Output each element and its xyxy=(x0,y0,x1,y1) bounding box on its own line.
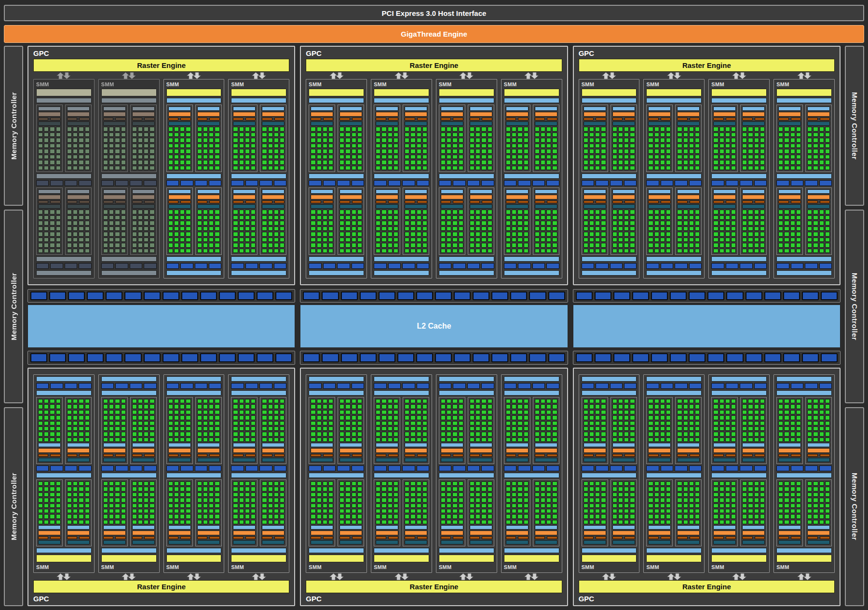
cuda-core xyxy=(180,410,185,414)
cuda-core-grid xyxy=(470,481,492,524)
dispatch-unit xyxy=(339,536,350,539)
cuda-core xyxy=(713,481,718,486)
smm-partition-row xyxy=(504,105,559,172)
cuda-core xyxy=(725,226,730,231)
cuda-core xyxy=(323,426,327,431)
cuda-core xyxy=(311,481,315,486)
smm-partition xyxy=(231,187,258,255)
cuda-core xyxy=(825,138,830,143)
smm-label: SMM xyxy=(776,564,832,570)
cuda-core xyxy=(405,226,409,231)
cuda-core xyxy=(447,481,451,486)
cuda-core xyxy=(541,160,545,165)
cuda-core xyxy=(339,426,344,431)
cuda-core xyxy=(149,243,154,248)
memory-controller-block: Memory Controller xyxy=(845,210,864,403)
cuda-core xyxy=(44,509,49,513)
cuda-core xyxy=(535,404,540,409)
cuda-core xyxy=(209,243,214,248)
cuda-core xyxy=(239,399,244,403)
cuda-core xyxy=(174,415,179,420)
smm-unit-disabled: SMM xyxy=(33,72,95,278)
smm-partition-row xyxy=(711,479,767,546)
cuda-core xyxy=(138,133,143,137)
cuda-core xyxy=(813,138,818,143)
cuda-core xyxy=(683,221,688,225)
cuda-core xyxy=(695,514,700,518)
cuda-core xyxy=(695,509,700,513)
instruction-buffer-bar xyxy=(742,106,765,111)
cuda-core xyxy=(393,149,398,154)
crossbar-port xyxy=(124,292,141,300)
cuda-core xyxy=(546,221,551,225)
texture-cache-bar xyxy=(36,390,92,396)
cuda-core xyxy=(50,410,54,414)
cuda-core-grid xyxy=(168,399,191,442)
cuda-core xyxy=(233,127,238,132)
cuda-core-grid xyxy=(38,481,61,524)
cuda-core-grid xyxy=(168,127,191,170)
cuda-core xyxy=(251,249,256,253)
cuda-core xyxy=(648,421,653,425)
up-down-arrows-glyph xyxy=(520,72,542,79)
cuda-core xyxy=(180,438,185,442)
dispatch-units-row xyxy=(535,536,557,539)
dispatch-units-row xyxy=(67,118,90,120)
cuda-core xyxy=(186,415,190,420)
cuda-core-grid xyxy=(677,127,700,170)
cuda-core xyxy=(589,438,594,442)
cuda-core xyxy=(506,144,511,148)
warp-scheduler-bar xyxy=(470,112,492,117)
cuda-core xyxy=(56,415,61,420)
smm-partition-row xyxy=(166,397,222,464)
cuda-core xyxy=(393,138,398,143)
cuda-core xyxy=(79,432,83,436)
cuda-core xyxy=(742,232,747,237)
cuda-core xyxy=(813,160,818,165)
cuda-core xyxy=(209,232,214,237)
raster-engine-bar: Raster Engine xyxy=(579,580,835,593)
cuda-core xyxy=(376,481,380,486)
cuda-core xyxy=(44,127,49,132)
cuda-core xyxy=(186,509,190,513)
cuda-core xyxy=(624,404,629,409)
cuda-core xyxy=(725,481,730,486)
cuda-core xyxy=(760,221,765,225)
texture-cache-bar xyxy=(439,390,494,396)
cuda-core xyxy=(115,432,120,436)
cuda-core xyxy=(719,438,724,442)
cuda-core xyxy=(748,415,753,420)
cuda-core xyxy=(677,432,682,436)
cuda-core xyxy=(618,492,623,497)
cuda-core xyxy=(618,226,623,231)
cuda-core xyxy=(345,487,350,491)
cuda-core xyxy=(38,432,43,436)
cuda-core xyxy=(807,138,812,143)
cuda-core xyxy=(311,514,315,518)
cuda-core xyxy=(345,520,350,524)
smm-partition-row xyxy=(439,105,494,172)
cuda-core xyxy=(552,432,557,436)
cuda-core xyxy=(506,215,511,220)
warp-scheduler-bar xyxy=(648,448,671,453)
cuda-core xyxy=(813,249,818,253)
cuda-core xyxy=(695,210,700,214)
cuda-core-grid xyxy=(67,481,90,524)
cuda-core xyxy=(819,249,824,253)
dispatch-unit xyxy=(742,454,752,457)
cuda-core xyxy=(79,410,83,414)
load-store-unit xyxy=(532,383,545,389)
cuda-core xyxy=(239,249,244,253)
smm-partition xyxy=(582,105,608,172)
cuda-core xyxy=(215,133,219,137)
load-store-units-row xyxy=(309,465,364,471)
cuda-core xyxy=(713,514,718,518)
dispatch-unit xyxy=(144,454,154,457)
cuda-core xyxy=(410,404,415,409)
cuda-core xyxy=(168,238,173,242)
cuda-core xyxy=(760,504,765,508)
cuda-core xyxy=(481,215,486,220)
cuda-core xyxy=(262,426,267,431)
cuda-core xyxy=(535,410,540,414)
cuda-core xyxy=(819,215,824,220)
